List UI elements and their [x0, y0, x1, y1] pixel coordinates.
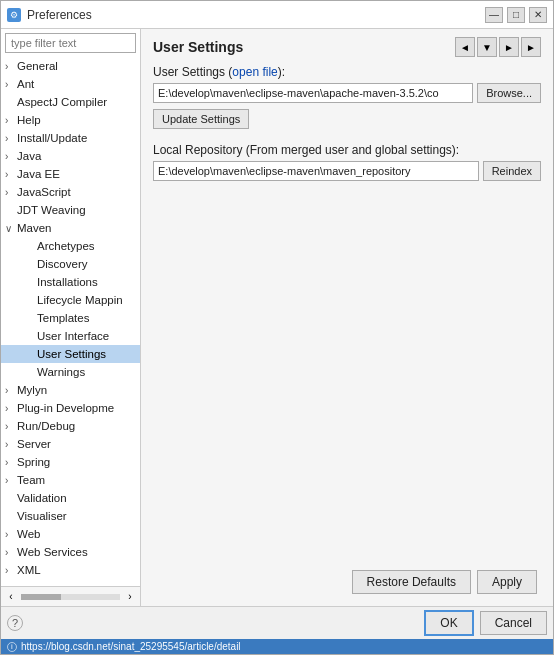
tree-item-installations[interactable]: Installations	[1, 273, 140, 291]
maximize-button[interactable]: □	[507, 7, 525, 23]
horizontal-scrollbar[interactable]	[21, 594, 120, 600]
preferences-window: ⚙ Preferences — □ ✕ ›General›AntAspectJ …	[0, 0, 554, 655]
update-settings-button[interactable]: Update Settings	[153, 109, 249, 129]
tree-arrow-xml: ›	[5, 565, 17, 576]
cancel-button[interactable]: Cancel	[480, 611, 547, 635]
tree-arrow-server: ›	[5, 439, 17, 450]
tree-item-general[interactable]: ›General	[1, 57, 140, 75]
tree-item-aspectj[interactable]: AspectJ Compiler	[1, 93, 140, 111]
tree-item-team[interactable]: ›Team	[1, 471, 140, 489]
tree-arrow-ant: ›	[5, 79, 17, 90]
tree-item-templates[interactable]: Templates	[1, 309, 140, 327]
tree-label-javascript: JavaScript	[17, 186, 136, 198]
local-repo-row: Reindex	[153, 161, 541, 181]
tree-label-web: Web	[17, 528, 136, 540]
tree-label-jdt: JDT Weaving	[17, 204, 136, 216]
tree-item-warnings[interactable]: Warnings	[1, 363, 140, 381]
tree-label-discovery: Discovery	[37, 258, 136, 270]
tree-item-server[interactable]: ›Server	[1, 435, 140, 453]
back-button[interactable]: ◄	[455, 37, 475, 57]
tree-label-usersettings: User Settings	[37, 348, 136, 360]
tree-item-archetypes[interactable]: Archetypes	[1, 237, 140, 255]
panel-title: User Settings	[153, 39, 243, 55]
scroll-left-button[interactable]: ‹	[3, 589, 19, 605]
dropdown-button[interactable]: ▼	[477, 37, 497, 57]
tree-item-java[interactable]: ›Java	[1, 147, 140, 165]
right-panel: User Settings ◄ ▼ ► ► User Settings (ope…	[141, 29, 553, 606]
help-icon[interactable]: ?	[7, 615, 23, 631]
tree-arrow-maven: ∨	[5, 223, 17, 234]
tree-label-warnings: Warnings	[37, 366, 136, 378]
tree-label-userinterface: User Interface	[37, 330, 136, 342]
tree-arrow-help: ›	[5, 115, 17, 126]
window-icon: ⚙	[7, 8, 21, 22]
tree-item-validation[interactable]: Validation	[1, 489, 140, 507]
user-settings-input[interactable]	[153, 83, 473, 103]
tree-item-ant[interactable]: ›Ant	[1, 75, 140, 93]
tree-arrow-team: ›	[5, 475, 17, 486]
tree-label-java: Java	[17, 150, 136, 162]
close-button[interactable]: ✕	[529, 7, 547, 23]
nav-arrows: ◄ ▼ ► ►	[455, 37, 541, 57]
window-title: Preferences	[27, 8, 485, 22]
status-text: https://blog.csdn.net/sinat_25295545/art…	[21, 641, 241, 652]
right-header: User Settings ◄ ▼ ► ►	[153, 37, 541, 57]
content-area: ›General›AntAspectJ Compiler›Help›Instal…	[1, 29, 553, 606]
tree-label-archetypes: Archetypes	[37, 240, 136, 252]
ok-button[interactable]: OK	[424, 610, 473, 636]
tree-item-javascript[interactable]: ›JavaScript	[1, 183, 140, 201]
tree-item-spring[interactable]: ›Spring	[1, 453, 140, 471]
tree-label-webservices: Web Services	[17, 546, 136, 558]
tree-label-ant: Ant	[17, 78, 136, 90]
tree-label-team: Team	[17, 474, 136, 486]
tree-label-spring: Spring	[17, 456, 136, 468]
update-settings-row: Update Settings	[153, 109, 541, 129]
tree-label-server: Server	[17, 438, 136, 450]
title-bar: ⚙ Preferences — □ ✕	[1, 1, 553, 29]
restore-defaults-button[interactable]: Restore Defaults	[352, 570, 471, 594]
filter-input[interactable]	[5, 33, 136, 53]
tree-item-jdt[interactable]: JDT Weaving	[1, 201, 140, 219]
minimize-button[interactable]: —	[485, 7, 503, 23]
tree-arrow-java: ›	[5, 151, 17, 162]
tree-label-mylyn: Mylyn	[17, 384, 136, 396]
tree-label-rundebug: Run/Debug	[17, 420, 136, 432]
tree-item-webservices[interactable]: ›Web Services	[1, 543, 140, 561]
open-file-link[interactable]: open file	[232, 65, 277, 79]
tree-arrow-rundebug: ›	[5, 421, 17, 432]
tree-item-userinterface[interactable]: User Interface	[1, 327, 140, 345]
tree-item-usersettings[interactable]: User Settings	[1, 345, 140, 363]
tree-item-web[interactable]: ›Web	[1, 525, 140, 543]
tree-item-visualiser[interactable]: Visualiser	[1, 507, 140, 525]
tree-arrow-spring: ›	[5, 457, 17, 468]
browse-button[interactable]: Browse...	[477, 83, 541, 103]
tree-area: ›General›AntAspectJ Compiler›Help›Instal…	[1, 57, 140, 586]
scroll-right-button[interactable]: ›	[122, 589, 138, 605]
apply-button[interactable]: Apply	[477, 570, 537, 594]
tree-item-help[interactable]: ›Help	[1, 111, 140, 129]
window-controls: — □ ✕	[485, 7, 547, 23]
tree-item-plugin[interactable]: ›Plug-in Developme	[1, 399, 140, 417]
tree-label-plugin: Plug-in Developme	[17, 402, 136, 414]
tree-item-install[interactable]: ›Install/Update	[1, 129, 140, 147]
tree-arrow-javascript: ›	[5, 187, 17, 198]
tree-item-discovery[interactable]: Discovery	[1, 255, 140, 273]
tree-item-mylyn[interactable]: ›Mylyn	[1, 381, 140, 399]
reindex-button[interactable]: Reindex	[483, 161, 541, 181]
tree-label-general: General	[17, 60, 136, 72]
local-repo-input[interactable]	[153, 161, 479, 181]
tree-label-install: Install/Update	[17, 132, 136, 144]
status-bar: i https://blog.csdn.net/sinat_25295545/a…	[1, 639, 553, 654]
tree-item-maven[interactable]: ∨Maven	[1, 219, 140, 237]
tree-item-rundebug[interactable]: ›Run/Debug	[1, 417, 140, 435]
tree-item-lifecycle[interactable]: Lifecycle Mappin	[1, 291, 140, 309]
tree-arrow-general: ›	[5, 61, 17, 72]
user-settings-label: User Settings (open file):	[153, 65, 541, 79]
forward-button[interactable]: ►	[499, 37, 519, 57]
tree-item-xml[interactable]: ›XML	[1, 561, 140, 579]
nav-bottom: ‹ ›	[1, 586, 140, 606]
user-settings-row: Browse...	[153, 83, 541, 103]
forward2-button[interactable]: ►	[521, 37, 541, 57]
tree-item-javaee[interactable]: ›Java EE	[1, 165, 140, 183]
tree-label-installations: Installations	[37, 276, 136, 288]
